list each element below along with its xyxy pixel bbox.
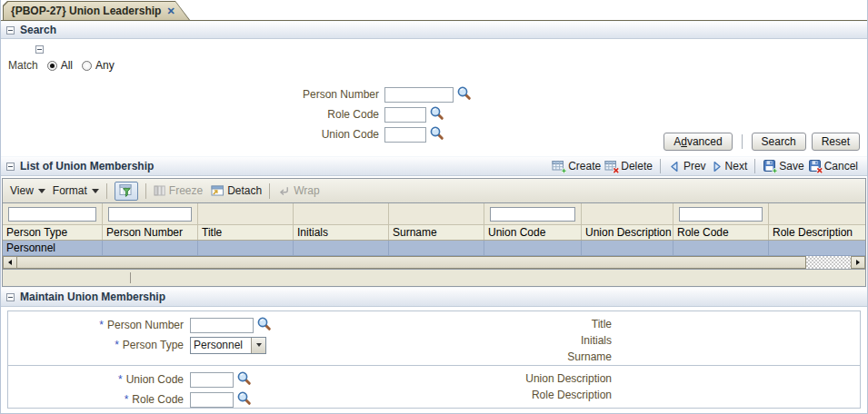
prev-button[interactable]: Prev: [668, 160, 706, 173]
column-header-person-type[interactable]: Person Type: [3, 225, 103, 240]
role-code-label: Role Code: [1, 108, 384, 121]
radio-match-all[interactable]: All: [47, 59, 73, 72]
table-row-selected[interactable]: Personnel: [3, 241, 865, 256]
wrap-icon: [277, 184, 291, 198]
freeze-icon: [154, 184, 166, 197]
detach-icon: [210, 184, 224, 197]
match-label: Match: [8, 59, 38, 72]
match-row: Match All Any: [8, 59, 120, 72]
maintain-role-code-input[interactable]: [190, 392, 234, 408]
table-filter-row: [3, 203, 865, 225]
view-menu[interactable]: View: [10, 184, 45, 197]
scroll-left-icon: [8, 260, 12, 265]
criteria-collapse-icon[interactable]: [35, 45, 44, 54]
maintain-union-code-search-icon[interactable]: [236, 370, 252, 389]
maintain-person-type-label: *Person Type: [8, 339, 190, 351]
role-code-search-icon[interactable]: [429, 105, 444, 123]
horizontal-scrollbar[interactable]: [3, 256, 865, 270]
filter-union-code-input[interactable]: [490, 207, 575, 222]
scroll-right-button[interactable]: [851, 256, 865, 269]
column-header-role-code[interactable]: Role Code: [673, 225, 769, 240]
format-dropdown-icon: [92, 189, 99, 193]
query-by-example-button[interactable]: [115, 182, 138, 201]
person-number-label: Person Number: [1, 88, 384, 101]
maintain-collapse-icon[interactable]: [6, 293, 15, 301]
prev-icon: [668, 160, 682, 173]
filter-person-number-input[interactable]: [108, 207, 192, 222]
person-number-search-icon[interactable]: [456, 85, 472, 104]
maintain-panel-body: *Person Number *Person Type: [1, 307, 867, 414]
radio-all-icon[interactable]: [47, 61, 57, 71]
person-type-select[interactable]: Personnel: [190, 337, 266, 354]
list-collapse-icon[interactable]: [6, 163, 15, 171]
tab-union-leadership[interactable]: {PBOP-27} Union Leadership ✕: [3, 1, 190, 20]
scrollbar-thumb[interactable]: [17, 256, 806, 269]
search-collapse-icon[interactable]: [6, 26, 15, 34]
role-description-label: Role Description: [444, 387, 612, 403]
scroll-left-button[interactable]: [3, 256, 17, 269]
tab-close-icon[interactable]: ✕: [166, 5, 175, 17]
search-panel-header: Search: [1, 21, 867, 39]
table-header-row: Person Type Person Number Title Initials…: [3, 225, 865, 241]
column-header-initials[interactable]: Initials: [294, 225, 389, 240]
search-panel-title: Search: [20, 24, 56, 36]
search-button[interactable]: Search: [752, 133, 806, 151]
create-button[interactable]: Create: [552, 159, 601, 173]
filter-icon: [119, 183, 134, 198]
union-code-input[interactable]: [384, 127, 426, 143]
column-header-person-number[interactable]: Person Number: [103, 225, 198, 240]
person-number-input[interactable]: [384, 87, 454, 103]
list-panel-header: List of Union Membership Create: [1, 156, 867, 176]
column-header-surname[interactable]: Surname: [389, 225, 484, 240]
save-button[interactable]: Save: [763, 159, 803, 173]
next-icon: [710, 160, 723, 173]
wrap-button[interactable]: Wrap: [277, 184, 319, 198]
search-buttons: Advanced Search Reset: [663, 133, 860, 151]
reset-button[interactable]: Reset: [812, 133, 860, 151]
role-code-input[interactable]: [384, 107, 426, 123]
table-footer-strip: [3, 270, 865, 286]
create-icon: [552, 159, 566, 173]
application-window: {PBOP-27} Union Leadership ✕ Search Matc…: [0, 0, 868, 414]
maintain-person-number-search-icon[interactable]: [256, 316, 272, 334]
maintain-union-code-input[interactable]: [190, 372, 234, 388]
tab-bar: {PBOP-27} Union Leadership ✕: [1, 0, 867, 21]
union-code-search-icon[interactable]: [429, 125, 444, 143]
freeze-button[interactable]: Freeze: [154, 184, 203, 197]
column-header-title[interactable]: Title: [198, 225, 294, 240]
initials-label: Initials: [444, 332, 612, 349]
cancel-button[interactable]: Cancel: [808, 159, 858, 173]
filter-role-code-input[interactable]: [679, 207, 763, 222]
list-actions-toolbar: Create Delete Prev: [552, 159, 862, 173]
maintain-person-number-input[interactable]: [190, 318, 254, 333]
column-header-role-description[interactable]: Role Description: [769, 225, 865, 240]
advanced-button[interactable]: Advanced: [663, 133, 732, 151]
cancel-icon: [808, 159, 823, 173]
maintain-union-code-label: *Union Code: [8, 373, 190, 386]
format-menu[interactable]: Format: [53, 184, 99, 197]
union-code-label: Union Code: [1, 128, 384, 141]
union-readonly-labels: Union Description Role Description: [444, 370, 612, 408]
detach-button[interactable]: Detach: [210, 184, 262, 197]
radio-match-any[interactable]: Any: [82, 59, 115, 72]
filter-person-type-input[interactable]: [8, 207, 96, 222]
delete-icon: [604, 159, 619, 173]
union-description-label: Union Description: [444, 370, 612, 387]
tab-title: {PBOP-27} Union Leadership: [11, 5, 161, 17]
column-header-union-description[interactable]: Union Description: [582, 225, 673, 240]
membership-table: View Format: [2, 178, 866, 287]
view-dropdown-icon: [38, 189, 45, 193]
radio-any-icon[interactable]: [82, 61, 92, 71]
maintain-role-code-search-icon[interactable]: [236, 390, 252, 409]
delete-button[interactable]: Delete: [604, 159, 653, 173]
footer-divider: [130, 272, 131, 283]
person-type-dropdown-icon[interactable]: [251, 338, 265, 353]
next-button[interactable]: Next: [710, 160, 748, 173]
table-toolbar: View Format: [3, 179, 865, 203]
maintain-panel-header: Maintain Union Membership: [1, 287, 867, 307]
column-header-union-code[interactable]: Union Code: [484, 225, 582, 240]
button-separator: [742, 134, 743, 149]
search-panel-body: Match All Any Person Number: [1, 39, 867, 156]
save-icon: [763, 159, 777, 173]
title-label: Title: [444, 316, 612, 332]
